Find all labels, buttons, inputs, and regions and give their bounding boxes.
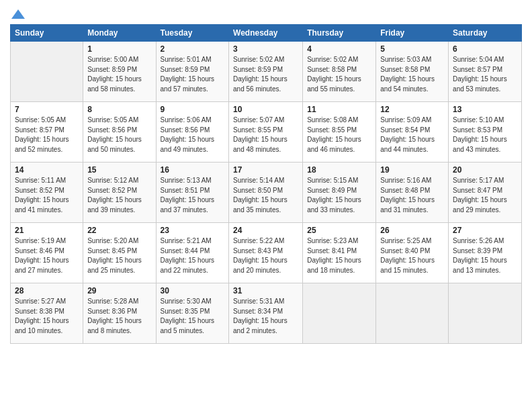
calendar-cell: 8Sunrise: 5:05 AMSunset: 8:56 PMDaylight… (83, 102, 156, 163)
day-info: Sunrise: 5:25 AMSunset: 8:40 PMDaylight:… (380, 236, 444, 275)
day-info: Sunrise: 5:12 AMSunset: 8:52 PMDaylight:… (87, 176, 151, 215)
weekday-header: Sunday (11, 25, 83, 42)
day-number: 8 (87, 105, 151, 114)
day-number: 9 (161, 105, 225, 114)
day-info: Sunrise: 5:09 AMSunset: 8:54 PMDaylight:… (380, 116, 444, 154)
day-number: 21 (15, 226, 79, 235)
day-info: Sunrise: 5:14 AMSunset: 8:50 PMDaylight:… (233, 176, 298, 215)
calendar-cell: 6Sunrise: 5:04 AMSunset: 8:57 PMDaylight… (449, 42, 522, 102)
day-number: 4 (307, 44, 371, 54)
day-number: 30 (161, 286, 225, 295)
day-number: 14 (15, 165, 79, 175)
day-number: 18 (307, 165, 371, 175)
calendar-header-row: SundayMondayTuesdayWednesdayThursdayFrid… (11, 25, 522, 42)
day-number: 16 (161, 165, 225, 175)
day-info: Sunrise: 5:07 AMSunset: 8:55 PMDaylight:… (233, 116, 298, 154)
calendar-week-row: 7Sunrise: 5:05 AMSunset: 8:57 PMDaylight… (11, 102, 522, 163)
logo-arrow-icon (11, 9, 25, 19)
day-info: Sunrise: 5:02 AMSunset: 8:59 PMDaylight:… (233, 55, 298, 94)
calendar-week-row: 1Sunrise: 5:00 AMSunset: 8:59 PMDaylight… (11, 42, 522, 102)
calendar-cell: 10Sunrise: 5:07 AMSunset: 8:55 PMDayligh… (229, 102, 303, 163)
day-number: 6 (453, 44, 517, 54)
day-info: Sunrise: 5:05 AMSunset: 8:57 PMDaylight:… (15, 116, 79, 154)
day-info: Sunrise: 5:17 AMSunset: 8:47 PMDaylight:… (453, 176, 517, 215)
calendar-cell: 1Sunrise: 5:00 AMSunset: 8:59 PMDaylight… (83, 42, 156, 102)
day-number: 28 (15, 286, 79, 295)
calendar-cell: 27Sunrise: 5:26 AMSunset: 8:39 PMDayligh… (449, 223, 522, 283)
day-number: 15 (87, 165, 151, 175)
day-info: Sunrise: 5:31 AMSunset: 8:34 PMDaylight:… (233, 297, 298, 336)
weekday-header: Wednesday (229, 25, 303, 42)
calendar-week-row: 14Sunrise: 5:11 AMSunset: 8:52 PMDayligh… (11, 163, 522, 223)
day-number: 13 (453, 105, 517, 114)
logo (10, 9, 25, 20)
day-info: Sunrise: 5:04 AMSunset: 8:57 PMDaylight:… (453, 55, 517, 94)
day-number: 11 (307, 105, 371, 114)
day-number: 25 (307, 226, 371, 235)
day-info: Sunrise: 5:08 AMSunset: 8:55 PMDaylight:… (307, 116, 371, 154)
day-number: 12 (380, 105, 444, 114)
day-number: 27 (453, 226, 517, 235)
day-info: Sunrise: 5:11 AMSunset: 8:52 PMDaylight:… (15, 176, 79, 215)
calendar-cell: 26Sunrise: 5:25 AMSunset: 8:40 PMDayligh… (376, 223, 449, 283)
calendar-cell: 2Sunrise: 5:01 AMSunset: 8:59 PMDaylight… (156, 42, 229, 102)
calendar-cell: 16Sunrise: 5:13 AMSunset: 8:51 PMDayligh… (156, 163, 229, 223)
weekday-header: Saturday (449, 25, 522, 42)
calendar-cell: 24Sunrise: 5:22 AMSunset: 8:43 PMDayligh… (229, 223, 303, 283)
day-number: 5 (380, 44, 444, 54)
calendar-week-row: 21Sunrise: 5:19 AMSunset: 8:46 PMDayligh… (11, 223, 522, 283)
calendar-cell (303, 283, 376, 344)
day-info: Sunrise: 5:20 AMSunset: 8:45 PMDaylight:… (87, 236, 151, 275)
calendar-cell: 15Sunrise: 5:12 AMSunset: 8:52 PMDayligh… (83, 163, 156, 223)
day-number: 10 (233, 105, 298, 114)
calendar-cell: 9Sunrise: 5:06 AMSunset: 8:56 PMDaylight… (156, 102, 229, 163)
day-info: Sunrise: 5:21 AMSunset: 8:44 PMDaylight:… (161, 236, 225, 275)
day-number: 20 (453, 165, 517, 175)
calendar-cell: 19Sunrise: 5:16 AMSunset: 8:48 PMDayligh… (376, 163, 449, 223)
calendar-cell: 14Sunrise: 5:11 AMSunset: 8:52 PMDayligh… (11, 163, 83, 223)
calendar-cell (449, 283, 522, 344)
calendar-cell: 12Sunrise: 5:09 AMSunset: 8:54 PMDayligh… (376, 102, 449, 163)
day-info: Sunrise: 5:22 AMSunset: 8:43 PMDaylight:… (233, 236, 298, 275)
calendar-cell: 25Sunrise: 5:23 AMSunset: 8:41 PMDayligh… (303, 223, 376, 283)
day-number: 17 (233, 165, 298, 175)
calendar-cell: 11Sunrise: 5:08 AMSunset: 8:55 PMDayligh… (303, 102, 376, 163)
day-info: Sunrise: 5:16 AMSunset: 8:48 PMDaylight:… (380, 176, 444, 215)
calendar-cell (11, 42, 83, 102)
calendar-cell: 3Sunrise: 5:02 AMSunset: 8:59 PMDaylight… (229, 42, 303, 102)
day-number: 1 (87, 44, 151, 54)
day-info: Sunrise: 5:13 AMSunset: 8:51 PMDaylight:… (161, 176, 225, 215)
calendar-cell: 5Sunrise: 5:03 AMSunset: 8:58 PMDaylight… (376, 42, 449, 102)
calendar-week-row: 28Sunrise: 5:27 AMSunset: 8:38 PMDayligh… (11, 283, 522, 344)
day-number: 2 (161, 44, 225, 54)
calendar-cell: 30Sunrise: 5:30 AMSunset: 8:35 PMDayligh… (156, 283, 229, 344)
calendar-cell: 7Sunrise: 5:05 AMSunset: 8:57 PMDaylight… (11, 102, 83, 163)
day-info: Sunrise: 5:30 AMSunset: 8:35 PMDaylight:… (161, 297, 225, 336)
day-info: Sunrise: 5:06 AMSunset: 8:56 PMDaylight:… (161, 116, 225, 154)
page-header (10, 7, 522, 20)
calendar-cell: 31Sunrise: 5:31 AMSunset: 8:34 PMDayligh… (229, 283, 303, 344)
calendar-cell: 13Sunrise: 5:10 AMSunset: 8:53 PMDayligh… (449, 102, 522, 163)
day-info: Sunrise: 5:10 AMSunset: 8:53 PMDaylight:… (453, 116, 517, 154)
calendar-cell: 22Sunrise: 5:20 AMSunset: 8:45 PMDayligh… (83, 223, 156, 283)
day-number: 24 (233, 226, 298, 235)
calendar-cell: 23Sunrise: 5:21 AMSunset: 8:44 PMDayligh… (156, 223, 229, 283)
weekday-header: Thursday (303, 25, 376, 42)
calendar-cell: 18Sunrise: 5:15 AMSunset: 8:49 PMDayligh… (303, 163, 376, 223)
day-info: Sunrise: 5:02 AMSunset: 8:58 PMDaylight:… (307, 55, 371, 94)
day-number: 23 (161, 226, 225, 235)
day-number: 22 (87, 226, 151, 235)
day-number: 3 (233, 44, 298, 54)
calendar-cell: 29Sunrise: 5:28 AMSunset: 8:36 PMDayligh… (83, 283, 156, 344)
day-info: Sunrise: 5:03 AMSunset: 8:58 PMDaylight:… (380, 55, 444, 94)
weekday-header: Tuesday (156, 25, 229, 42)
day-number: 29 (87, 286, 151, 295)
day-info: Sunrise: 5:27 AMSunset: 8:38 PMDaylight:… (15, 297, 79, 336)
weekday-header: Friday (376, 25, 449, 42)
day-number: 7 (15, 105, 79, 114)
day-info: Sunrise: 5:19 AMSunset: 8:46 PMDaylight:… (15, 236, 79, 275)
day-info: Sunrise: 5:00 AMSunset: 8:59 PMDaylight:… (87, 55, 151, 94)
day-info: Sunrise: 5:05 AMSunset: 8:56 PMDaylight:… (87, 116, 151, 154)
calendar-cell (376, 283, 449, 344)
day-info: Sunrise: 5:28 AMSunset: 8:36 PMDaylight:… (87, 297, 151, 336)
